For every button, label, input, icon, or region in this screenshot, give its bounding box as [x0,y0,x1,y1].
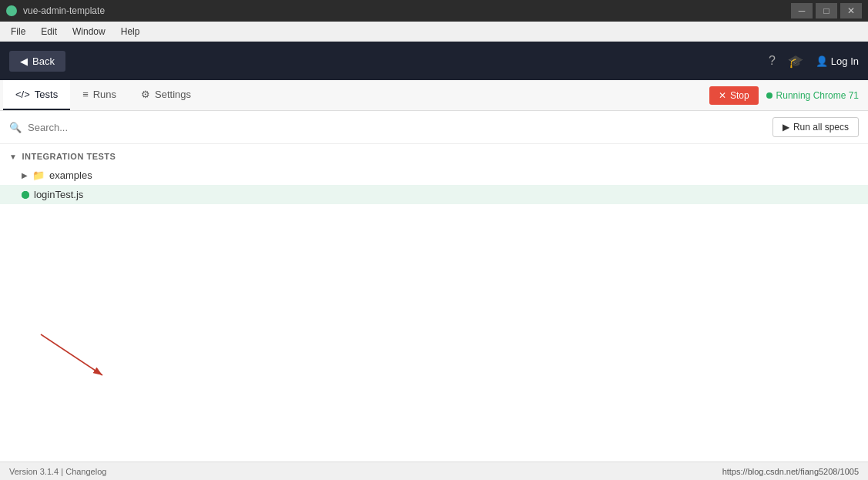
tests-code-icon: </> [15,89,30,100]
play-icon: ▶ [783,122,789,133]
nav-right: ? 🎓 👤 Log In [769,54,859,69]
runs-list-icon: ≡ [82,89,89,100]
group-label: INTEGRATION TESTS [22,152,116,161]
version-info: Version 3.1.4 | Changelog [9,467,106,476]
running-status: Running Chrome 71 [766,90,859,101]
menu-edit[interactable]: Edit [35,25,63,39]
running-indicator-icon [766,92,772,99]
integration-tests-header: ▼ INTEGRATION TESTS [0,147,868,166]
svg-point-0 [22,191,29,199]
run-all-label: Run all specs [793,122,849,133]
back-chevron-icon: ◀ [20,55,28,67]
maximize-button[interactable]: □ [816,3,837,18]
title-bar: vue-admin-template ─ □ ✕ [0,0,868,22]
tree-item-logintest[interactable]: loginTest.js [0,185,868,204]
app-name: vue-admin-template [23,5,105,16]
tab-bar: </> Tests ≡ Runs ⚙ Settings ✕ Stop Runni… [0,80,868,111]
search-icon: 🔍 [9,122,22,133]
running-status-icon [22,191,29,199]
settings-gear-icon: ⚙ [141,89,150,100]
run-all-specs-button[interactable]: ▶ Run all specs [772,117,859,137]
tab-settings-label: Settings [155,89,191,100]
examples-folder-label: examples [49,170,92,181]
menu-window[interactable]: Window [66,25,112,39]
search-input[interactable] [28,122,766,133]
nav-bar: ◀ Back ? 🎓 👤 Log In [0,42,868,80]
user-icon: 👤 [816,55,828,67]
login-button[interactable]: 👤 Log In [816,55,859,67]
folder-icon: 📁 [32,170,45,181]
tab-runs-label: Runs [93,89,116,100]
tree-item-examples[interactable]: ▶ 📁 examples [0,166,868,185]
search-bar: 🔍 ▶ Run all specs [0,111,868,144]
file-tree: ▼ INTEGRATION TESTS ▶ 📁 examples loginTe… [0,144,868,207]
svg-line-2 [41,334,102,375]
stop-x-icon: ✕ [719,90,726,101]
logintest-file-label: loginTest.js [34,189,83,200]
tab-actions: ✕ Stop Running Chrome 71 [709,80,868,110]
tab-runs[interactable]: ≡ Runs [70,80,129,110]
folder-chevron-icon: ▶ [22,171,28,180]
login-label: Log In [831,55,859,67]
back-button[interactable]: ◀ Back [9,51,65,72]
content-area: ▼ INTEGRATION TESTS ▶ 📁 examples loginTe… [0,144,868,480]
stop-label: Stop [730,90,749,101]
close-button[interactable]: ✕ [840,3,862,18]
running-status-label: Running Chrome 71 [776,90,859,101]
window-controls: ─ □ ✕ [791,3,862,18]
arrow-annotation [37,331,114,384]
menu-bar: File Edit Window Help [0,22,868,42]
help-icon[interactable]: ? [769,54,776,68]
bottom-bar: Version 3.1.4 | Changelog https://blog.c… [0,462,868,480]
app-icon [6,5,17,16]
menu-file[interactable]: File [5,25,32,39]
back-label: Back [32,55,55,67]
url-display: https://blog.csdn.net/fiang5208/1005 [722,467,859,476]
tab-tests[interactable]: </> Tests [3,80,70,110]
tab-settings[interactable]: ⚙ Settings [129,80,203,110]
minimize-button[interactable]: ─ [791,3,813,18]
graduation-icon[interactable]: 🎓 [788,54,803,69]
tab-tests-label: Tests [35,89,58,100]
stop-button[interactable]: ✕ Stop [709,86,759,105]
menu-help[interactable]: Help [115,25,146,39]
group-collapse-icon[interactable]: ▼ [9,153,17,161]
